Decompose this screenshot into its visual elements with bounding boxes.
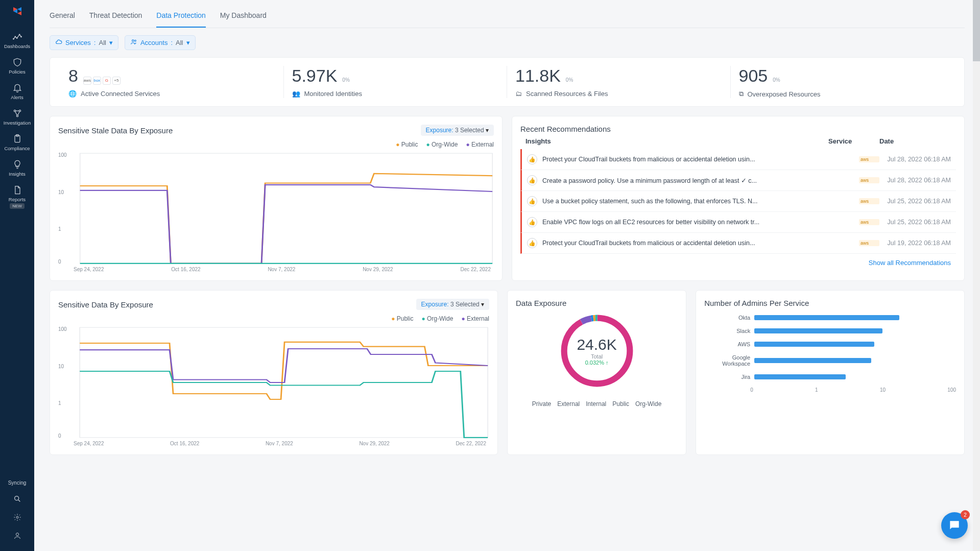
sidebar-item-insights[interactable]: Insights [0, 155, 34, 181]
donut-change: 0.032% ↑ [577, 360, 616, 366]
tab-my-dashboard[interactable]: My Dashboard [220, 7, 267, 28]
col-insights: Insights [525, 137, 828, 145]
card-title: Number of Admins Per Service [704, 299, 956, 307]
sidebar-label: Insights [9, 171, 26, 177]
recommendation-text: Create a password policy. Use a minimum … [542, 177, 859, 184]
brand-logo[interactable] [11, 5, 23, 17]
svg-point-4 [13, 38, 14, 39]
thumbs-up-icon[interactable]: 👍 [527, 196, 537, 206]
recommendation-row[interactable]: 👍Enable VPC flow logs on all EC2 resourc… [520, 212, 956, 233]
admin-bar-row: Jira [704, 374, 956, 380]
accounts-filter[interactable]: Accounts: All ▾ [125, 35, 196, 50]
tab-data-protection[interactable]: Data Protection [156, 7, 206, 28]
bar [754, 328, 882, 333]
sidebar-item-alerts[interactable]: Alerts [0, 79, 34, 104]
bar-label: Okta [704, 315, 750, 321]
svg-point-11 [16, 115, 18, 116]
exposure-label: Exposure: [421, 301, 449, 308]
bar-label: Google Workspace [704, 354, 750, 367]
recommendation-text: Protect your CloudTrail buckets from mal… [542, 239, 859, 247]
stat-scanned-resources[interactable]: 11.8K0% 🗂Scanned Resources & Files [507, 66, 731, 98]
google-icon: G [103, 77, 111, 85]
recommendation-row[interactable]: 👍Protect your CloudTrail buckets from ma… [520, 233, 956, 254]
thumbs-up-icon[interactable]: 👍 [527, 238, 537, 248]
services-filter[interactable]: Services: All ▾ [50, 35, 118, 50]
show-all-link[interactable]: Show all Recommendations [520, 254, 956, 267]
tab-threat-detection[interactable]: Threat Detection [89, 7, 142, 28]
overexposed-icon: ⧉ [739, 90, 744, 98]
col-date: Date [879, 137, 951, 145]
admin-bar-row: Google Workspace [704, 354, 956, 367]
card-title: Data Exposure [516, 299, 678, 307]
legend-private: Private [532, 400, 551, 408]
bar-label: Jira [704, 374, 750, 380]
recommendation-date: Jul 28, 2022 06:18 AM [879, 177, 951, 184]
recommendation-row[interactable]: 👍Create a password policy. Use a minimum… [520, 170, 956, 191]
legend-external: External [461, 315, 489, 322]
sidebar-label: Alerts [11, 94, 23, 100]
legend-orgwide: Org-Wide [421, 315, 453, 322]
bar [754, 315, 899, 320]
sidebar-item-reports[interactable]: Reports NEW [0, 181, 34, 213]
bar-label: AWS [704, 341, 750, 347]
sidebar-item-compliance[interactable]: Compliance [0, 130, 34, 155]
svg-rect-19 [80, 153, 493, 263]
stat-pct: 0% [773, 77, 780, 83]
bar-label: Slack [704, 328, 750, 334]
sidebar-item-investigation[interactable]: Investigation [0, 104, 34, 130]
stat-value: 5.97K [292, 66, 338, 86]
sidebar-item-policies[interactable]: Policies [0, 53, 34, 79]
recommendation-date: Jul 25, 2022 06:18 AM [879, 198, 951, 205]
bar [754, 374, 846, 379]
files-icon: 🗂 [515, 90, 522, 98]
service-badge: aws [859, 198, 879, 204]
stat-connected-services[interactable]: 8 aws box G +5 🌐Active Connected Service… [60, 66, 284, 98]
recommendation-row[interactable]: 👍Protect your CloudTrail buckets from ma… [520, 149, 956, 170]
recommendation-date: Jul 19, 2022 06:18 AM [879, 239, 951, 247]
card-title: Sensitive Data By Exposure [58, 300, 153, 309]
admins-card: Number of Admins Per Service OktaSlackAW… [696, 290, 965, 455]
globe-icon: 🌐 [68, 90, 77, 98]
recommendation-row[interactable]: 👍Use a bucket policy statement, such as … [520, 191, 956, 212]
scrollbar[interactable] [973, 0, 980, 470]
exposure-filter[interactable]: Exposure: 3 Selected ▾ [421, 125, 494, 136]
new-badge: NEW [10, 203, 25, 209]
stat-pct: 0% [342, 77, 349, 83]
svg-point-17 [132, 40, 134, 42]
legend-public: Public [391, 315, 413, 322]
stat-label: Active Connected Services [81, 90, 160, 98]
thumbs-up-icon[interactable]: 👍 [527, 217, 537, 227]
tab-general[interactable]: General [50, 7, 75, 28]
document-icon [12, 185, 22, 195]
sidebar-item-dashboards[interactable]: Dashboards [0, 28, 34, 53]
thumbs-up-icon[interactable]: 👍 [527, 154, 537, 164]
card-title: Recent Recommendations [520, 125, 956, 133]
dashboards-icon [12, 32, 22, 42]
exposure-filter[interactable]: Exposure: 3 Selected ▾ [416, 299, 489, 310]
stat-overexposed[interactable]: 9050% ⧉Overexposed Resources [731, 66, 954, 98]
sidebar: Dashboards Policies Alerts Investigation… [0, 0, 34, 470]
bell-icon [12, 83, 22, 93]
admin-bar-row: Slack [704, 328, 956, 334]
col-service: Service [828, 137, 879, 145]
exposure-donut: 24.6K Total 0.032% ↑ [554, 307, 640, 394]
stat-pct: 0% [566, 77, 573, 83]
chevron-down-icon: ▾ [486, 127, 489, 134]
chevron-down-icon: ▾ [109, 39, 113, 46]
recommendation-date: Jul 25, 2022 06:18 AM [879, 219, 951, 226]
svg-point-10 [19, 110, 20, 111]
stat-monitored-identities[interactable]: 5.97K0% 👥Monitored Identities [284, 66, 508, 98]
sidebar-label: Reports [9, 197, 26, 202]
service-badge: aws [859, 156, 879, 162]
recommendation-text: Use a bucket policy statement, such as t… [542, 198, 859, 205]
clipboard-icon [12, 134, 22, 144]
sidebar-label: Compliance [4, 146, 30, 151]
cloud-icon [55, 38, 62, 47]
users-icon [130, 38, 137, 47]
filter-value: All [99, 39, 106, 46]
main-tabs: General Threat Detection Data Protection… [50, 0, 965, 28]
filter-value: All [176, 39, 183, 46]
thumbs-up-icon[interactable]: 👍 [527, 175, 537, 185]
stale-chart: 100 10 1 0 [58, 152, 494, 265]
lightbulb-icon [12, 159, 22, 170]
